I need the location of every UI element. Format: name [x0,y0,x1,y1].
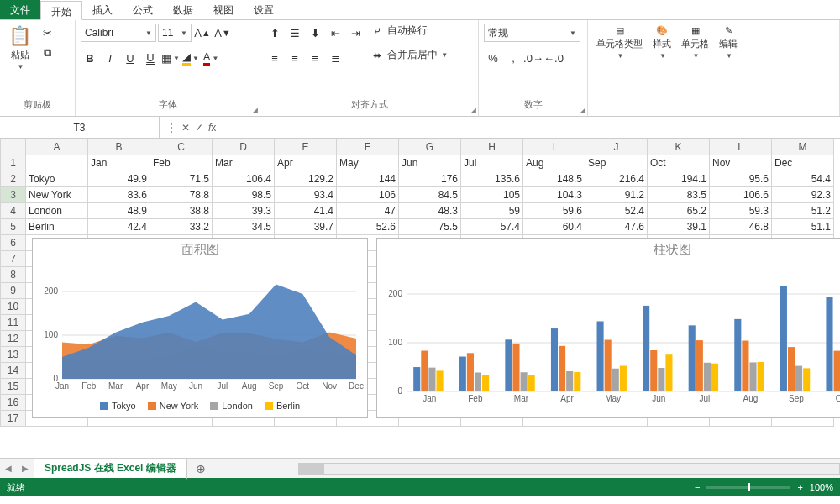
paste-button[interactable]: 📋 粘贴 ▼ [5,24,34,72]
horizontal-scrollbar[interactable] [298,463,840,475]
tab-home[interactable]: 开始 [40,1,82,20]
svg-text:Jan: Jan [55,381,69,391]
svg-rect-68 [780,286,787,391]
svg-rect-29 [421,351,428,391]
style-button[interactable]: 🎨样式▼ [649,24,675,61]
celltype-button[interactable]: ▤单元格类型▼ [593,24,646,61]
font-color-button[interactable]: A▼ [202,49,220,67]
decrease-decimal-button[interactable]: ←.0 [544,49,563,67]
align-bottom-button[interactable]: ⬇ [306,24,324,42]
svg-rect-43 [551,328,558,391]
merge-button[interactable]: ⬌ 合并后居中▼ [373,48,448,62]
cut-button[interactable]: ✂ [38,24,56,42]
align-dialog-launcher[interactable]: ◢ [470,106,476,114]
align-top-button[interactable]: ⬆ [265,24,284,42]
dunderline-button[interactable]: U [141,49,160,67]
tab-formula[interactable]: 公式 [123,0,163,19]
svg-text:200: 200 [388,289,402,298]
cell-button[interactable]: ▦单元格▼ [678,24,712,61]
svg-rect-50 [612,369,619,391]
svg-text:0: 0 [397,386,402,396]
status-ready: 就绪 [7,481,25,494]
formula-input[interactable] [223,117,840,138]
align-left-button[interactable]: ≡ [265,49,284,67]
zoom-in-button[interactable]: + [797,482,802,492]
increase-font-button[interactable]: A▲ [193,24,212,42]
tab-data[interactable]: 数据 [163,0,203,19]
zoom-out-button[interactable]: − [695,482,700,492]
svg-rect-56 [665,354,672,391]
tab-view[interactable]: 视图 [203,0,244,19]
edit-button[interactable]: ✎编辑▼ [716,24,741,61]
fill-color-button[interactable]: ◢▼ [181,49,200,67]
zoom-slider[interactable] [706,486,790,489]
svg-rect-34 [467,353,474,391]
font-name-select[interactable]: Calibri▼ [81,24,156,42]
area-chart[interactable]: 面积图 0100200JanFebMarAprMayJunJulAugSepOc… [32,238,368,418]
bar-chart[interactable]: 柱状图 0100200JanFebMarAprMayJunJulAugSepOc… [376,238,840,418]
svg-text:Dec: Dec [349,381,364,391]
svg-text:May: May [605,394,621,403]
name-box[interactable]: T3 [0,117,160,138]
border-button[interactable]: ▦▼ [161,49,180,67]
number-format-select[interactable]: 常规▼ [484,24,580,42]
align-middle-button[interactable]: ☰ [286,24,304,42]
celltype-icon: ▤ [616,25,624,36]
accept-formula-button[interactable]: ✓ [195,122,203,134]
svg-text:Nov: Nov [322,381,337,391]
svg-text:Aug: Aug [743,394,758,403]
svg-rect-40 [521,372,528,391]
add-sheet-button[interactable]: ⊕ [187,462,214,475]
decrease-font-button[interactable]: A▼ [213,24,232,42]
decrease-indent-button[interactable]: ⇤ [326,24,344,42]
status-bar: 就绪 − + 100% [0,478,840,496]
svg-text:Apr: Apr [560,394,574,403]
svg-text:Sep: Sep [269,381,284,391]
tab-insert[interactable]: 插入 [82,0,123,19]
svg-text:200: 200 [44,286,58,296]
ribbon: 📋 粘贴 ▼ ✂ ⧉ 剪贴板 Calibri▼ 11▼ A▲ A▼ B I U [0,20,840,117]
worksheet[interactable]: ABCDEFGHIJKLM1JanFebMarAprMayJunJulAugSe… [0,139,840,458]
svg-text:100: 100 [44,330,58,339]
sheet-tab[interactable]: SpreadJS 在线 Excel 编辑器 [34,458,187,480]
svg-text:Jan: Jan [423,394,436,403]
number-dialog-launcher[interactable]: ◢ [580,106,585,114]
align-right-button[interactable]: ≡ [306,49,324,67]
svg-rect-38 [505,339,512,391]
increase-indent-button[interactable]: ⇥ [346,24,365,42]
svg-rect-65 [749,362,756,391]
svg-text:100: 100 [388,338,402,347]
tab-file[interactable]: 文件 [0,0,40,19]
ribbon-tabs: 文件 开始 插入 公式 数据 视图 设置 [0,0,840,20]
sheet-nav-first[interactable]: ◀ [0,464,17,473]
fx-button[interactable]: fx [208,122,216,134]
svg-text:Apr: Apr [136,381,150,391]
percent-button[interactable]: % [484,49,502,67]
font-size-select[interactable]: 11▼ [158,24,192,42]
svg-text:Mar: Mar [108,381,123,391]
sheet-nav-prev[interactable]: ▶ [17,464,34,473]
copy-button[interactable]: ⧉ [38,44,56,62]
svg-rect-28 [413,367,420,391]
svg-text:Jun: Jun [652,394,665,403]
increase-decimal-button[interactable]: .0→ [524,49,543,67]
svg-rect-35 [475,372,481,391]
svg-marker-9 [62,284,356,379]
namebox-dropdown[interactable]: ⋮ [166,122,176,134]
bold-button[interactable]: B [81,49,99,67]
svg-rect-39 [512,344,519,391]
wrap-text-button[interactable]: ⤶ 自动换行 [373,24,448,38]
font-dialog-launcher[interactable]: ◢ [252,106,258,114]
svg-rect-44 [559,346,565,391]
cancel-formula-button[interactable]: ✕ [181,122,190,134]
underline-button[interactable]: U [121,49,139,67]
svg-rect-74 [834,351,840,391]
comma-button[interactable]: , [504,49,522,67]
merge-icon: ⬌ [373,50,381,61]
svg-text:Jul: Jul [699,394,710,403]
tab-settings[interactable]: 设置 [244,0,284,19]
align-center-button[interactable]: ≡ [286,49,304,67]
svg-rect-53 [643,306,649,391]
align-dist-button[interactable]: ≣ [326,49,344,67]
italic-button[interactable]: I [101,49,119,67]
